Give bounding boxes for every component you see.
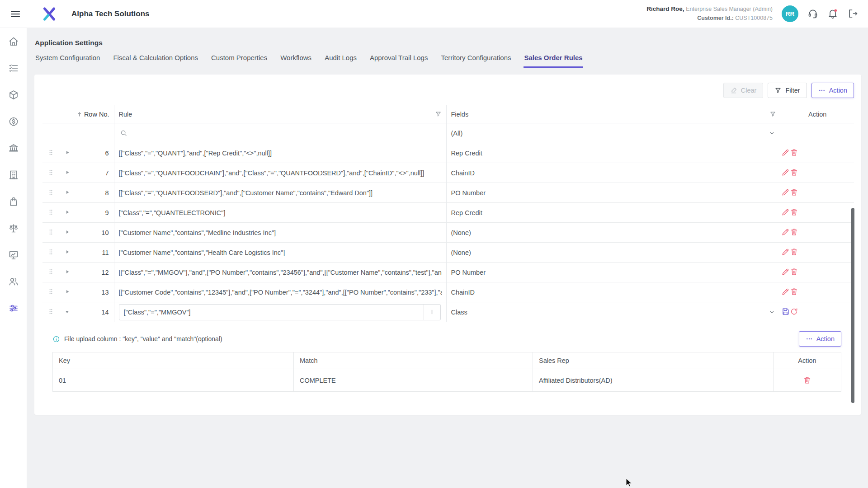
rules-table: Row No. Rule Fields Action bbox=[42, 105, 854, 322]
collapse-caret-icon[interactable] bbox=[64, 309, 70, 314]
add-condition-button[interactable] bbox=[424, 304, 441, 320]
tab-fiscal-calculation-options[interactable]: Fiscal & Calculation Options bbox=[113, 54, 198, 68]
sidebar-item-products[interactable] bbox=[0, 81, 27, 108]
bag-icon bbox=[8, 196, 19, 207]
sort-ascending-icon bbox=[76, 111, 83, 117]
sidebar-item-settings[interactable] bbox=[0, 295, 27, 321]
save-icon[interactable] bbox=[781, 307, 790, 316]
support-headset-icon[interactable] bbox=[807, 8, 818, 19]
drag-handle-icon[interactable] bbox=[47, 149, 54, 156]
scale-icon bbox=[8, 223, 19, 234]
clear-button[interactable]: Clear bbox=[723, 83, 764, 98]
sidebar-item-tasks[interactable] bbox=[0, 55, 27, 81]
delete-icon[interactable] bbox=[790, 188, 798, 197]
tab-custom-properties[interactable]: Custom Properties bbox=[211, 54, 268, 68]
sidebar-item-organization[interactable] bbox=[0, 161, 27, 188]
match-header: Match bbox=[294, 352, 533, 369]
expand-caret-icon[interactable] bbox=[64, 189, 70, 195]
fields-filter-dropdown[interactable]: (All) bbox=[447, 130, 781, 137]
edit-icon[interactable] bbox=[781, 228, 790, 236]
avatar[interactable]: RR bbox=[782, 5, 798, 22]
expand-caret-icon[interactable] bbox=[64, 229, 70, 235]
filter-button[interactable]: Filter bbox=[768, 83, 807, 98]
sidebar-item-users[interactable] bbox=[0, 268, 27, 295]
rule-filter-icon[interactable] bbox=[435, 111, 442, 117]
fields-cell: PO Number bbox=[447, 269, 491, 276]
sidebar-item-home[interactable] bbox=[0, 28, 27, 55]
vertical-scrollbar-thumb[interactable] bbox=[851, 208, 854, 403]
rule-edit-input[interactable]: ["Class","=","MMGOV"] bbox=[119, 304, 424, 320]
tab-system-configuration[interactable]: System Configuration bbox=[35, 54, 100, 68]
sales-order-rules-card: Clear Filter Action Row No. bbox=[34, 75, 861, 415]
user-name: Richard Roe, bbox=[646, 5, 684, 12]
table-row: 7 [["Class","=","QUANTFOODCHAIN"],"and",… bbox=[42, 163, 854, 183]
drag-handle-icon[interactable] bbox=[47, 308, 54, 315]
sidebar-item-institutions[interactable] bbox=[0, 135, 27, 161]
search-icon bbox=[120, 129, 127, 137]
delete-icon[interactable] bbox=[790, 248, 798, 256]
drag-handle-icon[interactable] bbox=[47, 268, 54, 275]
sales-rep-cell: Affiliated Distributors(AD) bbox=[533, 369, 774, 392]
rule-cell: [["Class","=","MMGOV"],"and",["PO Number… bbox=[119, 269, 442, 276]
expand-caret-icon[interactable] bbox=[64, 209, 70, 215]
sidebar-item-reports[interactable] bbox=[0, 241, 27, 268]
user-role: Enterprise Sales Manager (Admin) bbox=[686, 6, 773, 12]
match-cell: COMPLETE bbox=[294, 369, 533, 392]
sidebar-item-pricing[interactable] bbox=[0, 108, 27, 135]
sidebar-item-purchases[interactable] bbox=[0, 188, 27, 215]
tab-workflows[interactable]: Workflows bbox=[280, 54, 312, 68]
delete-icon[interactable] bbox=[790, 267, 798, 276]
tab-audit-logs[interactable]: Audit Logs bbox=[324, 54, 357, 68]
expand-caret-icon[interactable] bbox=[64, 249, 70, 255]
logout-icon[interactable] bbox=[847, 8, 858, 19]
panel-action-button[interactable]: Action bbox=[799, 331, 841, 347]
drag-handle-icon[interactable] bbox=[47, 209, 54, 216]
upload-info: File upload column : "key", "value" and … bbox=[52, 335, 222, 343]
filter-row: (All) bbox=[42, 123, 854, 143]
delete-icon[interactable] bbox=[790, 228, 798, 236]
fields-filter-icon[interactable] bbox=[769, 111, 776, 117]
drag-handle-icon[interactable] bbox=[47, 288, 54, 295]
fields-header: Fields bbox=[446, 105, 781, 123]
edit-icon[interactable] bbox=[781, 267, 790, 276]
table-row: 11 ["Customer Name","contains","Health C… bbox=[42, 243, 854, 263]
drag-handle-icon[interactable] bbox=[47, 189, 54, 196]
hamburger-menu-icon[interactable] bbox=[8, 7, 23, 21]
fields-cell: ChainID bbox=[447, 169, 479, 177]
delete-icon[interactable] bbox=[803, 376, 811, 385]
action-header: Action bbox=[781, 105, 854, 123]
rule-search-input[interactable] bbox=[114, 129, 446, 137]
edit-icon[interactable] bbox=[781, 208, 790, 216]
rule-cell: [["Customer Code","contains","12345"],"a… bbox=[119, 289, 442, 296]
row-no-header[interactable]: Row No. bbox=[75, 105, 114, 123]
reset-icon[interactable] bbox=[790, 307, 798, 316]
drag-handle-icon[interactable] bbox=[47, 249, 54, 255]
edit-icon[interactable] bbox=[781, 287, 790, 296]
row-number: 8 bbox=[75, 183, 114, 203]
tab-approval-trail-logs[interactable]: Approval Trail Logs bbox=[369, 54, 428, 68]
topbar: Alpha Tech Solutions Richard Roe, Enterp… bbox=[0, 0, 868, 28]
tab-sales-order-rules[interactable]: Sales Order Rules bbox=[524, 54, 583, 68]
edit-icon[interactable] bbox=[781, 188, 790, 197]
expand-caret-icon[interactable] bbox=[64, 269, 70, 275]
fields-edit-dropdown[interactable]: Class bbox=[447, 309, 781, 316]
delete-icon[interactable] bbox=[790, 208, 798, 216]
user-meta: Richard Roe, Enterprise Sales Manager (A… bbox=[646, 5, 773, 23]
edit-icon[interactable] bbox=[781, 168, 790, 177]
edit-icon[interactable] bbox=[781, 148, 790, 157]
expand-caret-icon[interactable] bbox=[64, 150, 70, 155]
delete-icon[interactable] bbox=[790, 287, 798, 296]
funnel-icon bbox=[774, 87, 782, 94]
row-number: 12 bbox=[75, 263, 114, 282]
drag-handle-icon[interactable] bbox=[47, 229, 54, 235]
edit-icon[interactable] bbox=[781, 248, 790, 256]
delete-icon[interactable] bbox=[790, 168, 798, 177]
action-button[interactable]: Action bbox=[811, 83, 854, 98]
sidebar-item-compliance[interactable] bbox=[0, 215, 27, 241]
expand-caret-icon[interactable] bbox=[64, 289, 70, 295]
notifications-bell-icon[interactable] bbox=[827, 8, 838, 19]
drag-handle-icon[interactable] bbox=[47, 169, 54, 176]
delete-icon[interactable] bbox=[790, 148, 798, 157]
tab-territory-configurations[interactable]: Territory Configurations bbox=[440, 54, 511, 68]
expand-caret-icon[interactable] bbox=[64, 169, 70, 175]
